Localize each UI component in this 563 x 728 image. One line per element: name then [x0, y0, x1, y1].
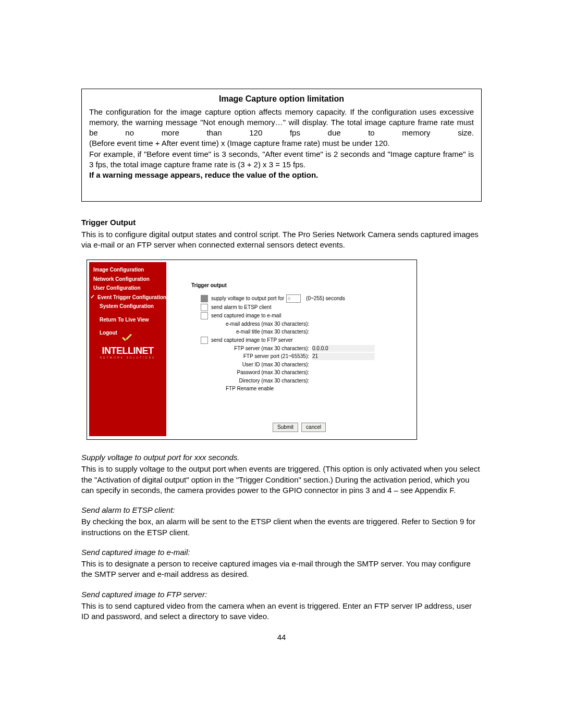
cancel-button[interactable]: cancel	[301, 423, 326, 432]
desc-email-heading: Send captured image to e-mail:	[81, 547, 482, 558]
supply-voltage-label: supply voltage to output port for	[211, 295, 284, 302]
ftp-server-input[interactable]: 0.0.0.0	[312, 345, 375, 352]
ftp-dir-label: Directory (max 30 characters):	[191, 377, 312, 385]
ftp-checkbox[interactable]	[201, 337, 208, 344]
cap-line1: The configuration for the image capture …	[89, 107, 474, 139]
submit-button[interactable]: Submit	[273, 423, 298, 432]
config-sidebar: Image Configuration Network Configuratio…	[89, 262, 166, 436]
email-row: send captured image to e-mail	[191, 312, 407, 319]
desc-supply-heading: Supply voltage to output port for xxx se…	[81, 452, 482, 463]
desc-ftp-body: This is to send captured video from the …	[81, 601, 482, 622]
desc-etsp-body: By checking the box, an alarm will be se…	[81, 516, 482, 538]
etsp-checkbox[interactable]	[201, 304, 208, 311]
logo-text: INTELLINET	[89, 344, 166, 357]
ftp-pass-row: Password (max 30 characters):	[191, 369, 407, 376]
trigger-output-panel: Trigger output supply voltage to output …	[191, 282, 407, 393]
page-number: 44	[81, 632, 482, 643]
logo-check-icon	[121, 335, 134, 343]
logo: INTELLINET NETWORK SOLUTIONS	[89, 335, 166, 360]
ftp-user-row: User ID (max 30 characters):	[191, 361, 407, 368]
ftp-dir-row: Directory (max 30 characters):	[191, 377, 407, 385]
panel-buttons: Submit cancel	[191, 423, 407, 432]
desc-ftp-heading: Send captured image to FTP server:	[81, 589, 482, 600]
ftp-port-row: FTP server port (21~65535): 21	[191, 353, 407, 360]
check-icon	[91, 295, 95, 299]
email-addr-label: e-mail address (max 30 characters):	[191, 320, 312, 328]
email-addr-row: e-mail address (max 30 characters):	[191, 320, 407, 328]
sidebar-item-network-config[interactable]: Network Configuration	[89, 275, 166, 284]
sidebar-item-return-live[interactable]: Return To Live View	[89, 315, 166, 325]
etsp-label: send alarm to ETSP client	[211, 304, 271, 311]
desc-email-body: This is to designate a person to receive…	[81, 559, 482, 580]
ftp-port-label: FTP server port (21~65535):	[191, 353, 312, 360]
cap-box-title: Image Capture option limitation	[89, 93, 474, 105]
email-label: send captured image to e-mail	[211, 312, 282, 319]
image-capture-limitation-box: Image Capture option limitation The conf…	[81, 89, 482, 202]
email-checkbox[interactable]	[201, 312, 208, 319]
trigger-output-body: This is to configure digital output stat…	[81, 229, 482, 251]
ftp-server-label: FTP server (max 30 characters):	[191, 345, 312, 352]
sidebar-item-event-trigger-config[interactable]: Event Trigger Configuration	[89, 293, 166, 302]
ftp-pass-label: Password (max 30 characters):	[191, 369, 312, 376]
ftp-rename-row: FTP Rename enable	[191, 385, 407, 392]
sidebar-item-label: Network Configuration	[93, 276, 150, 283]
ftp-row: send captured image to FTP server	[191, 337, 407, 344]
cap-line3: For example, if "Before event time" is 3…	[89, 149, 474, 170]
sidebar-item-label: Event Trigger Configuration	[97, 294, 166, 301]
sidebar-item-label: Image Configuration	[93, 266, 144, 274]
logo-subtext: NETWORK SOLUTIONS	[89, 356, 166, 360]
panel-title: Trigger output	[191, 282, 407, 289]
sidebar-item-user-config[interactable]: User Configuration	[89, 283, 166, 293]
ftp-label: send captured image to FTP server	[211, 337, 293, 344]
supply-voltage-row: supply voltage to output port for 0 (0~2…	[191, 294, 407, 303]
supply-voltage-checkbox[interactable]	[201, 295, 208, 302]
email-title-row: e-mail title (max 30 characters):	[191, 328, 407, 336]
ftp-rename-label: FTP Rename enable	[226, 385, 274, 392]
cap-line2: (Before event time + After event time) x…	[89, 138, 474, 149]
sidebar-item-label: Return To Live View	[100, 316, 149, 324]
sidebar-item-label: User Configuration	[93, 285, 141, 292]
cap-box-body: The configuration for the image capture …	[89, 107, 474, 181]
desc-supply-body: This is to supply voltage to the output …	[81, 464, 482, 496]
ftp-user-label: User ID (max 30 characters):	[191, 361, 312, 368]
trigger-output-heading: Trigger Output	[81, 217, 482, 228]
email-title-label: e-mail title (max 30 characters):	[191, 328, 312, 336]
config-ui-screenshot: Image Configuration Network Configuratio…	[87, 260, 417, 440]
supply-voltage-input[interactable]: 0	[286, 294, 301, 303]
ftp-port-input[interactable]: 21	[312, 353, 375, 360]
etsp-row: send alarm to ETSP client	[191, 304, 407, 311]
sidebar-item-image-config[interactable]: Image Configuration	[89, 265, 166, 275]
ftp-server-row: FTP server (max 30 characters): 0.0.0.0	[191, 345, 407, 352]
cap-line4: If a warning message appears, reduce the…	[89, 170, 474, 180]
supply-voltage-suffix: (0~255) seconds	[306, 295, 345, 302]
sidebar-item-label: System Configuration	[100, 303, 154, 310]
desc-etsp-heading: Send alarm to ETSP client:	[81, 505, 482, 515]
sidebar-item-system-config[interactable]: System Configuration	[89, 302, 166, 311]
